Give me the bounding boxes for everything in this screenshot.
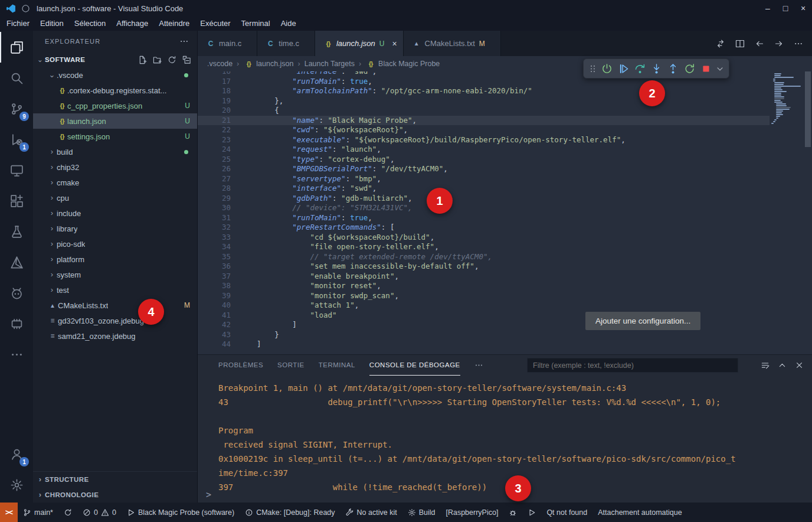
tree-item-build[interactable]: ›build [33, 144, 197, 159]
code-line-37[interactable]: 37 "enable breakpoint", [198, 272, 770, 282]
code-line-25[interactable]: 25 "type": "cortex-debug", [198, 155, 770, 165]
editor-scrollbar[interactable] [804, 71, 812, 354]
code-line-38[interactable]: 38 "monitor reset", [198, 281, 770, 291]
tab-launch.json[interactable]: {}launch.jsonU× [315, 31, 404, 56]
status-cmake-kit[interactable]: No active kit [340, 503, 402, 522]
more-actions-icon[interactable] [794, 39, 803, 48]
close-button[interactable]: × [794, 4, 812, 13]
step-into-button[interactable] [649, 61, 664, 76]
tab-time.c[interactable]: Ctime.c [257, 31, 315, 56]
breadcrumb-item[interactable]: Launch Targets [304, 60, 355, 68]
status-cmake-build[interactable]: Build [402, 503, 441, 522]
code-line-23[interactable]: 23 "executable": "${workspaceRoot}/build… [198, 135, 770, 145]
section-structure[interactable]: ›STRUCTURE [33, 472, 197, 487]
status-remote[interactable]: >< [0, 503, 18, 522]
breadcrumb-item[interactable]: {}Black Magic Probe [365, 60, 440, 68]
menu-item-affichage[interactable]: Affichage [111, 17, 153, 31]
code-line-43[interactable]: 43 } [198, 330, 770, 340]
tree-item-samd21_ozone.jdebug[interactable]: ≡samd21_ozone.jdebug [33, 328, 197, 344]
activity-more-views[interactable] [0, 339, 33, 370]
tree-item-cmake[interactable]: ›cmake [33, 175, 197, 190]
breadcrumb-item[interactable]: {}launch.json [243, 60, 293, 68]
maximize-panel-icon[interactable] [778, 361, 787, 370]
activity-platformio[interactable] [0, 278, 33, 308]
activity-explorer[interactable] [0, 32, 33, 63]
status-git-branch[interactable]: main* [18, 503, 58, 522]
code-line-19[interactable]: 19 }, [198, 96, 770, 106]
tree-item-library[interactable]: ›library [33, 221, 197, 236]
status-debug-config[interactable]: Black Magic Probe (software) [122, 503, 240, 522]
code-line-40[interactable]: 40 "attach 1", [198, 301, 770, 311]
code-line-20[interactable]: 20 { [198, 106, 770, 116]
code-editor[interactable]: 16 "interface": "swd",17 "runToMain": tr… [198, 71, 812, 354]
tree-item-c_cpp_properties.json[interactable]: {}c_cpp_properties.jsonU [33, 98, 197, 113]
menu-item-aide[interactable]: Aide [276, 17, 302, 31]
split-editor-icon[interactable] [735, 39, 745, 48]
status-debug-bug[interactable] [503, 503, 522, 522]
tree-item-.cortex-debug.registers.stat...[interactable]: {}.cortex-debug.registers.stat... [33, 83, 197, 98]
code-line-44[interactable]: 44 ] [198, 340, 770, 350]
go-forward-icon[interactable] [774, 39, 784, 48]
code-line-36[interactable]: 36 "set mem inaccessible-by-default off"… [198, 262, 770, 272]
menu-item-exécuter[interactable]: Exécuter [195, 17, 235, 31]
scrollbar-thumb[interactable] [805, 71, 811, 147]
workspace-header[interactable]: ⌄ SOFTWARE [33, 52, 197, 67]
minimap[interactable] [770, 73, 803, 125]
code-line-22[interactable]: 22 "cwd": "${workspaceRoot}", [198, 125, 770, 135]
tree-item-CMakeLists.txt[interactable]: ▲CMakeLists.txtM [33, 298, 197, 313]
console-prompt[interactable]: > [206, 490, 211, 500]
tree-item-cpu[interactable]: ›cpu [33, 190, 197, 205]
activity-accounts[interactable]: 1 [0, 439, 33, 469]
tree-item-test[interactable]: ›test [33, 282, 197, 298]
status-problems[interactable]: 00 [77, 503, 122, 522]
go-back-icon[interactable] [755, 39, 764, 48]
menu-item-edition[interactable]: Edition [35, 17, 69, 31]
collapse-all-icon[interactable] [182, 56, 191, 64]
close-icon[interactable]: × [392, 39, 397, 48]
code-line-28[interactable]: 28 "interface": "swd", [198, 184, 770, 194]
status-qt-status[interactable]: Qt not found [541, 503, 592, 522]
panel-more-icon[interactable] [474, 361, 483, 370]
tree-item-system[interactable]: ›system [33, 267, 197, 282]
maximize-button[interactable]: □ [777, 4, 794, 13]
panel-tab-PROBLÈMES[interactable]: PROBLÈMES [218, 355, 263, 376]
status-sync[interactable] [58, 503, 77, 522]
menu-item-fichier[interactable]: Fichier [1, 17, 35, 31]
new-file-icon[interactable] [138, 56, 147, 64]
tree-item-pico-sdk[interactable]: ›pico-sdk [33, 236, 197, 252]
code-line-31[interactable]: 31 "runToMain": true, [198, 213, 770, 223]
code-line-39[interactable]: 39 "monitor swdp_scan", [198, 291, 770, 301]
code-line-29[interactable]: 29 "gdbPath": "gdb-multiarch", [198, 194, 770, 204]
minimize-button[interactable]: – [759, 4, 777, 13]
code-line-32[interactable]: 32 "preRestartCommands": [ [198, 223, 770, 233]
code-line-30[interactable]: 30 // "device": "STM32L431VC", [198, 203, 770, 213]
code-line-34[interactable]: 34 "file open-story-teller.elf", [198, 242, 770, 252]
panel-tab-CONSOLE DE DÉBOGAGE[interactable]: CONSOLE DE DÉBOGAGE [369, 355, 460, 376]
tree-item-.vscode[interactable]: ⌄.vscode [33, 67, 197, 83]
activity-memory-view[interactable] [0, 308, 33, 339]
activity-cmake[interactable] [0, 247, 33, 278]
add-configuration-button[interactable]: Ajouter une configuration... [585, 312, 700, 330]
power-button[interactable] [600, 61, 614, 76]
menu-item-atteindre[interactable]: Atteindre [153, 17, 195, 31]
status-cmake-status[interactable]: CMake: [Debug]: Ready [240, 503, 340, 522]
tree-item-platform[interactable]: ›platform [33, 252, 197, 267]
activity-remote-explorer[interactable] [0, 155, 33, 185]
code-line-33[interactable]: 33 "cd ${workspaceRoot}/build", [198, 233, 770, 243]
continue-button[interactable] [616, 61, 631, 76]
code-line-21[interactable]: 21 "name": "Black Magic Probe", [198, 116, 770, 126]
tree-item-gd32vf103_ozone.jdebug[interactable]: ≡gd32vf103_ozone.jdebug [33, 313, 197, 328]
debug-console-output[interactable]: Breakpoint 1, main () at /mnt/data/git/o… [198, 376, 812, 503]
chevron-button[interactable] [715, 61, 725, 76]
close-panel-icon[interactable] [795, 361, 804, 370]
tree-item-settings.json[interactable]: {}settings.jsonU [33, 129, 197, 144]
menu-item-terminal[interactable]: Terminal [236, 17, 276, 31]
restart-button[interactable] [682, 61, 697, 76]
panel-tab-TERMINAL[interactable]: TERMINAL [319, 355, 355, 376]
console-filter-input[interactable] [527, 358, 738, 373]
code-line-26[interactable]: 26 "BMPGDBSerialPort": "/dev/ttyACM0", [198, 164, 770, 174]
activity-source-control[interactable]: 9 [0, 93, 33, 124]
stop-button[interactable] [699, 61, 713, 76]
open-changes-icon[interactable] [716, 39, 725, 48]
activity-run-and-debug[interactable]: 1 [0, 124, 33, 155]
